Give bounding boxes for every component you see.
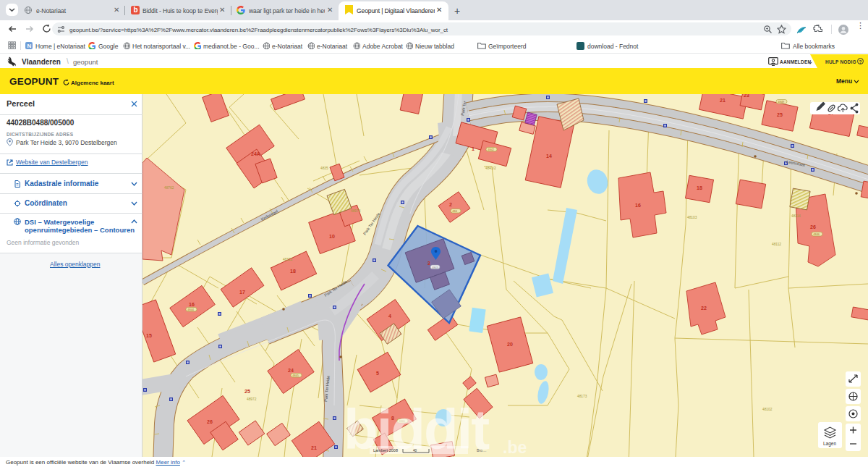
svg-text:Lagen: Lagen <box>823 441 836 447</box>
svg-text:48972: 48972 <box>247 397 257 401</box>
svg-text:4842: 4842 <box>488 148 495 151</box>
svg-text:15: 15 <box>146 333 152 338</box>
svg-text:48103: 48103 <box>687 216 697 219</box>
svg-text:25: 25 <box>777 112 783 117</box>
svg-text:4844: 4844 <box>187 308 195 311</box>
svg-text:16: 16 <box>189 302 195 307</box>
svg-text:25: 25 <box>244 389 250 394</box>
svg-text:48762: 48762 <box>164 186 174 190</box>
svg-text:4846: 4846 <box>813 232 820 236</box>
svg-text:21: 21 <box>720 98 726 103</box>
svg-text:4835: 4835 <box>320 167 328 170</box>
svg-text:Bro....: Bro.... <box>477 448 486 453</box>
svg-text:18: 18 <box>697 185 702 190</box>
svg-text:16: 16 <box>635 203 641 208</box>
svg-text:48173: 48173 <box>577 395 587 398</box>
svg-text:20: 20 <box>507 342 513 347</box>
svg-text:4843: 4843 <box>432 266 439 269</box>
svg-text:24A: 24A <box>251 151 260 156</box>
svg-text:23: 23 <box>744 94 749 98</box>
svg-text:4845: 4845 <box>292 374 299 377</box>
svg-text:4841/2: 4841/2 <box>485 167 496 170</box>
svg-text:26: 26 <box>207 419 213 424</box>
svg-text:18: 18 <box>290 269 296 274</box>
svg-text:2: 2 <box>449 202 452 207</box>
svg-text:48102: 48102 <box>762 408 773 411</box>
svg-text:3: 3 <box>427 261 430 266</box>
svg-text:14: 14 <box>546 153 552 159</box>
svg-text:484: 484 <box>452 209 457 213</box>
svg-text:5: 5 <box>376 371 379 376</box>
svg-text:48112: 48112 <box>772 243 781 246</box>
svg-text:21: 21 <box>311 445 317 450</box>
svg-text:48322: 48322 <box>283 258 293 261</box>
svg-text:4849: 4849 <box>778 100 785 104</box>
svg-text:17: 17 <box>239 290 245 295</box>
svg-text:4: 4 <box>388 314 391 319</box>
svg-text:22: 22 <box>701 306 707 311</box>
svg-text:10: 10 <box>329 234 335 239</box>
svg-text:24: 24 <box>288 368 294 373</box>
svg-text:26: 26 <box>810 224 816 230</box>
svg-text:48114: 48114 <box>791 214 801 218</box>
svg-text:48973: 48973 <box>351 209 361 213</box>
svg-text:40: 40 <box>413 449 417 453</box>
svg-text:.be: .be <box>503 438 527 457</box>
svg-text:1: 1 <box>472 146 475 151</box>
svg-text:Lambert 2008: Lambert 2008 <box>373 448 398 453</box>
